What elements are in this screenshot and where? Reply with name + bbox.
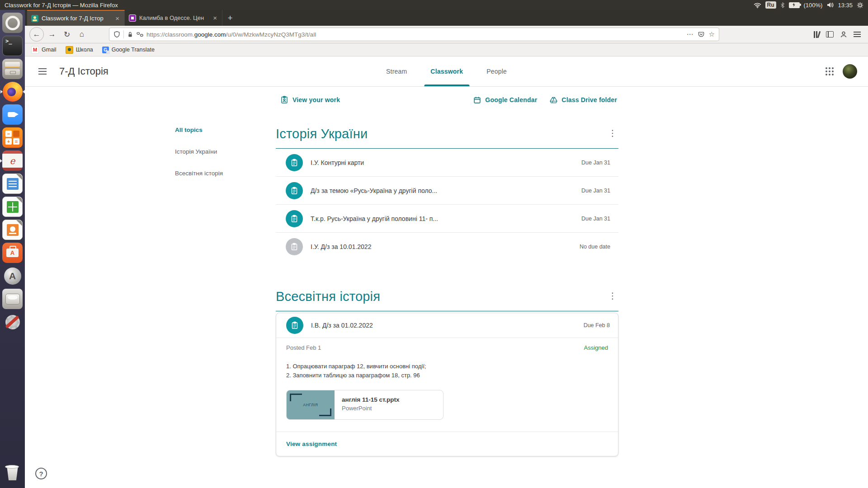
due-date: Due Jan 31: [581, 188, 610, 194]
attachment-type: PowerPoint: [342, 405, 400, 412]
classroom-page: 7-Д Історія Stream Classwork People View…: [25, 56, 868, 488]
calculator-icon[interactable]: [2, 127, 23, 148]
bookmark-google-translate[interactable]: Google Translate: [102, 47, 155, 53]
archive-manager-icon[interactable]: [2, 59, 23, 79]
section-header: Історія України ⋮: [276, 119, 618, 149]
topic-vsesvitnya-istoriya[interactable]: Всесвітня історія: [175, 170, 223, 177]
battery-icon: [789, 2, 800, 8]
assignment-card-footer: View assignment: [276, 432, 618, 456]
assignment-row[interactable]: Д/з за темою «Русь-Україна у другій поло…: [276, 176, 618, 204]
volume-icon[interactable]: [826, 2, 834, 8]
page-action-buttons: ⋯ ☆: [687, 30, 715, 38]
main-menu-icon[interactable]: [37, 66, 48, 76]
clock[interactable]: 13:35: [838, 2, 853, 9]
classwork-links: Google Calendar Class Drive folder: [473, 96, 617, 104]
google-apps-grid-icon[interactable]: [826, 67, 834, 75]
system-tools-icon[interactable]: [2, 312, 23, 332]
section-title: Історія України: [276, 127, 368, 141]
assignment-row[interactable]: І.У. Д/з за 10.01.2022 No due date: [276, 232, 618, 260]
browser-tab-kalimba[interactable]: Калимба в Одессе. Цен ×: [125, 10, 222, 26]
assignment-summary-row[interactable]: І.В. Д/з за 01.02.2022 Due Feb 8: [276, 313, 618, 338]
app-emblem-icon[interactable]: [2, 266, 23, 286]
classroom-nav-tabs: Stream Classwork People: [374, 56, 519, 86]
library-icon[interactable]: [814, 31, 820, 38]
tab-classwork[interactable]: Classwork: [419, 56, 475, 86]
classwork-actions-row: View your work Google Calendar Class Dri…: [280, 96, 617, 104]
divider: [123, 30, 124, 38]
system-tray: Ru (100%) 13:35: [754, 1, 863, 9]
sidebar-toggle-icon[interactable]: [826, 31, 834, 38]
ubuntu-launcher-icon[interactable]: [2, 13, 23, 33]
keyboard-layout-indicator[interactable]: Ru: [765, 1, 776, 9]
section-istoriya-ukrainy: Історія України ⋮ І.У. Контурні карти Du…: [276, 119, 618, 260]
view-assignment-link[interactable]: View assignment: [286, 441, 337, 447]
launcher-dock: [0, 10, 25, 488]
reload-button[interactable]: ↻: [60, 28, 74, 41]
classwork-sections: Історія України ⋮ І.У. Контурні карти Du…: [276, 119, 618, 456]
url-text[interactable]: https://classroom.google.com/u/0/w/MzkwM…: [146, 31, 684, 38]
section-menu-kebab-icon[interactable]: ⋮: [607, 291, 618, 303]
document-viewer-icon[interactable]: [2, 150, 23, 171]
attachment-thumbnail: АНГЛІЯ: [287, 390, 335, 419]
system-top-bar: Classwork for 7-Д Історія — Mozilla Fire…: [0, 0, 868, 10]
firefox-icon[interactable]: [3, 82, 23, 102]
window-title: Classwork for 7-Д Історія — Mozilla Fire…: [5, 2, 118, 9]
classwork-body: View your work Google Calendar Class Dri…: [25, 87, 868, 488]
topic-all-topics[interactable]: All topics: [175, 127, 223, 133]
view-your-work-link[interactable]: View your work: [280, 96, 340, 104]
posted-date: Posted Feb 1: [286, 344, 321, 351]
attachment-card[interactable]: АНГЛІЯ англія 11-15 ст.pptx PowerPoint: [286, 390, 443, 420]
permissions-icon[interactable]: [137, 32, 143, 37]
new-tab-button[interactable]: +: [222, 10, 238, 26]
help-button[interactable]: ?: [35, 468, 47, 479]
terminal-icon[interactable]: [2, 36, 23, 56]
libreoffice-writer-icon[interactable]: [2, 174, 23, 194]
trash-icon[interactable]: [2, 464, 23, 484]
bluetooth-icon[interactable]: [780, 2, 785, 9]
wifi-icon[interactable]: [754, 2, 761, 8]
assignment-row[interactable]: Т.к.р. Русь-Україна у другій половині 11…: [276, 204, 618, 232]
zoom-app-icon[interactable]: [2, 104, 23, 125]
kalimba-favicon: [129, 14, 136, 22]
home-button[interactable]: ⌂: [75, 28, 89, 41]
lock-icon[interactable]: [127, 31, 133, 38]
topic-istoriya-ukrainy[interactable]: Історія України: [175, 148, 223, 155]
tab-stream[interactable]: Stream: [374, 56, 419, 86]
ubuntu-software-icon[interactable]: [2, 243, 23, 263]
expanded-assignment-card: І.В. Д/з за 01.02.2022 Due Feb 8 Posted …: [276, 313, 618, 456]
bookmark-school[interactable]: Школа: [66, 46, 93, 54]
tracking-protection-shield-icon[interactable]: [113, 31, 120, 38]
gmail-favicon: [31, 46, 39, 54]
page-actions-icon[interactable]: ⋯: [687, 30, 693, 38]
avatar[interactable]: [843, 64, 857, 79]
session-gear-icon[interactable]: [857, 2, 863, 9]
forward-button[interactable]: →: [45, 28, 59, 41]
due-date: Due Jan 31: [581, 216, 610, 222]
account-icon[interactable]: [840, 31, 847, 38]
tab-bar: Classwork for 7-Д Істор × Калимба в Одес…: [25, 10, 868, 26]
disks-utility-icon[interactable]: [2, 289, 23, 309]
libreoffice-impress-icon[interactable]: [2, 220, 23, 240]
section-title: Всесвітня історія: [276, 289, 380, 304]
url-bar[interactable]: https://classroom.google.com/u/0/w/MzkwM…: [109, 28, 719, 41]
class-drive-folder-link[interactable]: Class Drive folder: [550, 96, 617, 104]
google-calendar-link[interactable]: Google Calendar: [473, 96, 537, 104]
assignment-icon-muted: [286, 238, 303, 255]
bookmark-star-icon[interactable]: ☆: [709, 30, 715, 38]
bookmarks-toolbar: Gmail Школа Google Translate: [25, 43, 868, 56]
assignment-row[interactable]: І.У. Контурні карти Due Jan 31: [276, 149, 618, 176]
tab-people[interactable]: People: [475, 56, 519, 86]
school-favicon: [66, 46, 73, 54]
back-button[interactable]: ←: [29, 27, 44, 42]
pocket-icon[interactable]: [698, 32, 704, 38]
browser-tab-classwork[interactable]: Classwork for 7-Д Істор ×: [27, 10, 125, 26]
due-date: Due Feb 8: [584, 322, 610, 328]
bookmark-gmail[interactable]: Gmail: [31, 46, 57, 54]
libreoffice-calc-icon[interactable]: [2, 197, 23, 217]
classroom-favicon: [31, 15, 38, 22]
close-tab-icon[interactable]: ×: [212, 14, 218, 22]
section-menu-kebab-icon[interactable]: ⋮: [607, 128, 618, 140]
assignment-icon: [286, 182, 303, 199]
app-menu-icon[interactable]: [854, 32, 861, 37]
close-tab-icon[interactable]: ×: [114, 14, 120, 22]
